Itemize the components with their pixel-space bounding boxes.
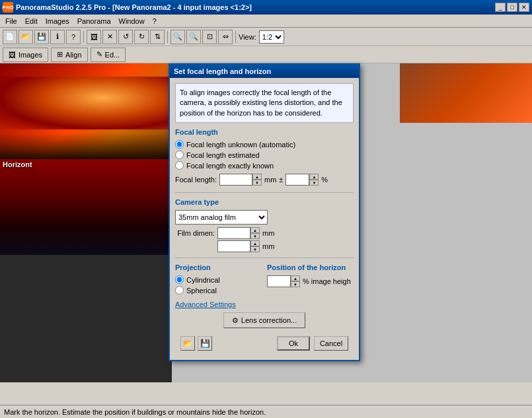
view-select[interactable]: 1:2 1:1 1:4: [259, 30, 284, 44]
focal-down-arrow[interactable]: ▼: [252, 180, 262, 186]
save-settings-button[interactable]: 💾: [198, 336, 212, 351]
film-width-input[interactable]: 36.00: [217, 227, 250, 239]
rotate-left-button[interactable]: ↺: [118, 30, 133, 44]
horizon-label: Horizont: [3, 160, 32, 168]
film-height-input[interactable]: 24.00: [217, 240, 250, 252]
open-button[interactable]: 📂: [19, 30, 33, 44]
film-h-down[interactable]: ▼: [250, 246, 260, 252]
remove-button[interactable]: ✕: [102, 30, 117, 44]
horizon-up[interactable]: ▲: [291, 275, 300, 281]
film-w-up[interactable]: ▲: [250, 227, 260, 233]
menu-images[interactable]: Images: [42, 16, 73, 26]
window-title: PanoramaStudio 2.2.5 Pro - [New Panorama…: [16, 3, 252, 11]
right-thumbnail: [400, 63, 532, 123]
percent-down-arrow[interactable]: ▼: [309, 180, 319, 186]
toolbar-separator2: [167, 31, 168, 43]
fit-button[interactable]: ⊡: [202, 30, 217, 44]
menu-edit[interactable]: Edit: [21, 16, 42, 26]
footer-buttons: Ok Cancel: [277, 336, 348, 351]
lens-btn-container: ⚙ Lens correction...: [175, 312, 354, 328]
camera-type-select[interactable]: 35mm analog film Digital camera Custom: [175, 210, 268, 225]
focal-up-arrow[interactable]: ▲: [252, 174, 262, 180]
projection-column: Projection Cylindrical Spherical: [175, 263, 262, 296]
focal-exact-label: Focal length exactly known: [186, 162, 274, 170]
minimize-button[interactable]: _: [495, 3, 506, 12]
lens-btn-label: Lens correction...: [241, 316, 297, 324]
cylindrical-option[interactable]: Cylindrical: [175, 275, 262, 284]
dialog-title-text: Set focal length and horizon: [174, 67, 271, 75]
camera-type-row: 35mm analog film Digital camera Custom: [175, 210, 354, 225]
focal-auto-radio[interactable]: [175, 140, 184, 149]
film-h-arrows: ▲ ▼: [250, 240, 260, 252]
camera-section-label: Camera type: [175, 198, 354, 206]
rotate-right-button[interactable]: ↻: [134, 30, 149, 44]
film-w-down[interactable]: ▼: [250, 233, 260, 239]
film-height-row: 24.00 ▲ ▼ mm: [175, 240, 354, 252]
info-button[interactable]: ℹ: [50, 30, 65, 44]
film-h-unit: mm: [262, 242, 274, 250]
projection-section-label: Projection: [175, 263, 262, 271]
menu-file[interactable]: File: [1, 16, 21, 26]
cylindrical-radio[interactable]: [175, 275, 184, 284]
focal-auto-option[interactable]: Focal length unknown (automatic): [175, 140, 354, 149]
focal-estimated-option[interactable]: Focal length estimated: [175, 151, 354, 159]
zoom-in-button[interactable]: 🔍: [186, 30, 201, 44]
tab-images[interactable]: 🖼 Images: [3, 48, 48, 62]
app-icon: PRO: [3, 2, 13, 13]
focal-plusminus: ±: [279, 176, 283, 184]
focal-spinner-arrows: ▲ ▼: [252, 174, 262, 186]
status-text: Mark the horizon. Estimate the position …: [4, 408, 266, 416]
image-panel-bottom: Horizont: [0, 159, 172, 255]
menu-help[interactable]: ?: [149, 16, 161, 26]
focal-value-row: Focal length: 40.0 ▲ ▼ mm ± 30 ▲ ▼: [175, 174, 354, 186]
view-label: View:: [239, 33, 256, 41]
menu-bar: File Edit Images Panorama Window ?: [0, 15, 532, 28]
tab-edit[interactable]: ✎ Ed...: [91, 48, 126, 62]
percent-spinner: 30 ▲ ▼: [285, 174, 319, 186]
horizon-down[interactable]: ▼: [291, 281, 300, 287]
add-images-button[interactable]: 🖼: [87, 30, 101, 44]
lens-correction-button[interactable]: ⚙ Lens correction...: [223, 312, 305, 328]
zoom-out-button[interactable]: 🔍: [171, 30, 185, 44]
new-button[interactable]: 📄: [3, 30, 17, 44]
cylindrical-label: Cylindrical: [186, 276, 220, 284]
load-settings-button[interactable]: 📂: [180, 336, 195, 351]
percent-value-input[interactable]: 30: [285, 174, 309, 186]
ok-button[interactable]: Ok: [277, 336, 310, 351]
film-width-row: Film dimen: 36.00 ▲ ▼ mm: [175, 227, 354, 239]
align-icon: ⊞: [57, 50, 63, 59]
help-button[interactable]: ?: [66, 30, 81, 44]
flip-button[interactable]: ⇔: [218, 30, 233, 44]
bottom-columns: Projection Cylindrical Spherical Positio…: [175, 263, 354, 296]
tab-align[interactable]: ⊞ Align: [51, 48, 87, 62]
divider1: [175, 192, 354, 193]
focal-estimated-radio[interactable]: [175, 151, 184, 159]
footer-icons: 📂 💾: [180, 336, 212, 351]
advanced-settings-link[interactable]: Advanced Settings: [175, 300, 354, 308]
focal-exact-option[interactable]: Focal length exactly known: [175, 161, 354, 170]
percent-up-arrow[interactable]: ▲: [309, 174, 319, 180]
menu-panorama[interactable]: Panorama: [73, 16, 115, 26]
focal-radio-group: Focal length unknown (automatic) Focal l…: [175, 140, 354, 170]
close-button[interactable]: ✕: [519, 3, 529, 12]
spherical-radio[interactable]: [175, 286, 184, 295]
sort-button[interactable]: ⇅: [150, 30, 165, 44]
film-w-arrows: ▲ ▼: [250, 227, 260, 239]
maximize-button[interactable]: □: [507, 3, 517, 12]
toolbar: 📄 📂 💾 ℹ ? 🖼 ✕ ↺ ↻ ⇅ 🔍 🔍 ⊡ ⇔ View: 1:2 1:…: [0, 28, 532, 46]
title-bar-controls: _ □ ✕: [495, 3, 529, 12]
toolbar-separator: [83, 31, 84, 43]
horizon-unit: % image heigh: [303, 277, 351, 285]
cancel-button[interactable]: Cancel: [314, 336, 348, 351]
focal-value-input[interactable]: 40.0: [219, 174, 252, 186]
focal-exact-radio[interactable]: [175, 161, 184, 170]
horizon-value-input[interactable]: 50: [267, 275, 291, 287]
images-icon: 🖼: [9, 51, 16, 59]
dialog-body: To align images correctly the focal leng…: [170, 78, 359, 360]
spherical-option[interactable]: Spherical: [175, 286, 262, 295]
menu-window[interactable]: Window: [115, 16, 149, 26]
save-button[interactable]: 💾: [34, 30, 49, 44]
film-h-up[interactable]: ▲: [250, 240, 260, 246]
percent-sign: %: [321, 176, 328, 184]
percent-spinner-arrows: ▲ ▼: [309, 174, 319, 186]
